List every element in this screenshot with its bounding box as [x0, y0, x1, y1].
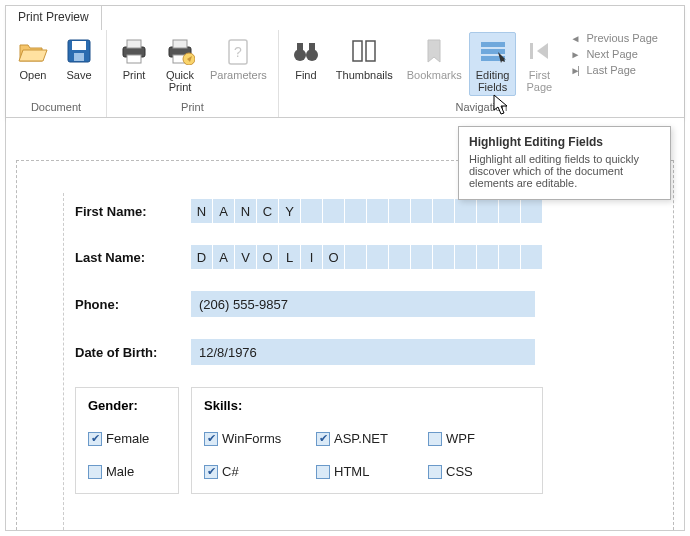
checkbox-icon: ✔ [204, 432, 218, 446]
char-cell: I [301, 245, 323, 269]
last-page-link[interactable]: ►|Last Page [570, 64, 658, 76]
thumbnails-button[interactable]: Thumbnails [329, 32, 400, 84]
last-page-icon: ►| [570, 65, 580, 76]
tab-print-preview[interactable]: Print Preview [5, 5, 102, 30]
label-last-name: Last Name: [75, 250, 191, 265]
label-gender: Gender: [88, 398, 166, 413]
svg-rect-5 [127, 55, 141, 63]
find-button[interactable]: Find [283, 32, 329, 84]
row-phone: Phone: (206) 555-9857 [75, 291, 633, 317]
checkbox-icon [88, 465, 102, 479]
svg-rect-14 [297, 43, 303, 51]
first-name-field[interactable]: NANCY [191, 199, 543, 223]
char-cell [499, 199, 521, 223]
char-cell [367, 245, 389, 269]
bookmarks-button[interactable]: Bookmarks [400, 32, 469, 84]
checkbox-css[interactable]: CSS [428, 464, 514, 479]
char-cell [433, 245, 455, 269]
char-cell [499, 245, 521, 269]
svg-rect-21 [530, 43, 533, 59]
char-cell [455, 245, 477, 269]
group-label-print: Print [111, 99, 274, 115]
checkbox-wpf[interactable]: WPF [428, 431, 514, 446]
char-cell [411, 199, 433, 223]
panel-gender: Gender: ✔ Female Male [75, 387, 179, 494]
checkbox-html[interactable]: HTML [316, 464, 402, 479]
first-page-button[interactable]: First Page [516, 32, 562, 96]
group-document: Open Save Document [6, 30, 107, 117]
svg-text:?: ? [235, 44, 243, 60]
tooltip-body: Highlight all editing fields to quickly … [469, 153, 660, 189]
checkbox-icon [428, 432, 442, 446]
binoculars-icon [290, 35, 322, 67]
page-nav-links: ◄Previous Page ►Next Page ►|Last Page [562, 32, 666, 76]
bookmark-icon [418, 35, 450, 67]
thumbnails-icon [348, 35, 380, 67]
app-window: Print Preview Open Save Document [5, 5, 685, 531]
char-cell [345, 199, 367, 223]
margin-guide [63, 193, 64, 530]
svg-rect-4 [127, 40, 141, 48]
save-button[interactable]: Save [56, 32, 102, 84]
char-cell [521, 199, 543, 223]
label-phone: Phone: [75, 297, 191, 312]
tab-bar: Print Preview [5, 5, 102, 30]
last-name-field[interactable]: DAVOLIO [191, 245, 543, 269]
row-dob: Date of Birth: 12/8/1976 [75, 339, 633, 365]
ribbon: Open Save Document Print [6, 6, 684, 118]
group-label-document: Document [10, 99, 102, 115]
left-arrow-icon: ◄ [570, 33, 580, 44]
tooltip-editing-fields: Highlight Editing Fields Highlight all e… [458, 126, 671, 200]
editing-fields-icon [477, 35, 509, 67]
parameters-icon: ? [222, 35, 254, 67]
char-cell [389, 245, 411, 269]
char-cell: C [257, 199, 279, 223]
checkbox-icon: ✔ [204, 465, 218, 479]
checkbox-winforms[interactable]: ✔WinForms [204, 431, 290, 446]
char-cell: Y [279, 199, 301, 223]
checkbox-csharp[interactable]: ✔C# [204, 464, 290, 479]
svg-rect-7 [173, 40, 187, 48]
print-button[interactable]: Print [111, 32, 157, 84]
char-cell: N [235, 199, 257, 223]
open-button[interactable]: Open [10, 32, 56, 84]
char-cell [389, 199, 411, 223]
checkbox-female[interactable]: ✔ Female [88, 431, 174, 446]
char-cell [477, 245, 499, 269]
next-page-link[interactable]: ►Next Page [570, 48, 658, 60]
char-cell [323, 199, 345, 223]
printer-icon [118, 35, 150, 67]
group-navigation: Find Thumbnails Bookmarks [279, 30, 684, 117]
char-cell [301, 199, 323, 223]
char-cell [345, 245, 367, 269]
dob-field[interactable]: 12/8/1976 [191, 339, 535, 365]
folder-open-icon [17, 35, 49, 67]
parameters-button[interactable]: ? Parameters [203, 32, 274, 84]
char-cell: A [213, 199, 235, 223]
form: First Name: NANCY Last Name: DAVOLIO Pho… [75, 199, 633, 494]
editing-fields-button[interactable]: Editing Fields [469, 32, 517, 96]
char-cell: L [279, 245, 301, 269]
char-cell: A [213, 245, 235, 269]
previous-page-link[interactable]: ◄Previous Page [570, 32, 658, 44]
char-cell [367, 199, 389, 223]
first-page-icon [523, 35, 555, 67]
char-cell [455, 199, 477, 223]
char-cell [411, 245, 433, 269]
tooltip-title: Highlight Editing Fields [469, 135, 660, 149]
label-skills: Skills: [204, 398, 530, 413]
right-arrow-icon: ► [570, 49, 580, 60]
group-print: Print Quick Print ? Parameters Print [107, 30, 279, 117]
page: First Name: NANCY Last Name: DAVOLIO Pho… [16, 160, 674, 530]
checkbox-male[interactable]: Male [88, 464, 174, 479]
char-cell [433, 199, 455, 223]
svg-rect-15 [309, 43, 315, 51]
checkbox-icon [316, 465, 330, 479]
char-cell [521, 245, 543, 269]
quick-print-button[interactable]: Quick Print [157, 32, 203, 96]
save-icon [63, 35, 95, 67]
checkbox-aspnet[interactable]: ✔ASP.NET [316, 431, 402, 446]
svg-rect-17 [366, 41, 375, 61]
phone-field[interactable]: (206) 555-9857 [191, 291, 535, 317]
svg-rect-18 [481, 42, 505, 47]
